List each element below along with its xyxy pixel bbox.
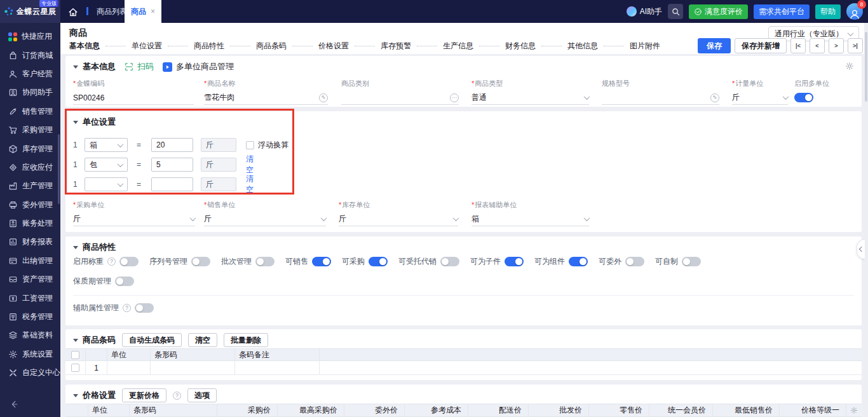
autogen-barcode-button[interactable]: 自动生成条码 <box>122 333 182 347</box>
product-type-select[interactable]: 普通 <box>471 91 589 105</box>
sidebar-item-fin-report[interactable]: 财务报表 <box>0 233 60 251</box>
purchasable-toggle[interactable] <box>369 257 388 266</box>
unit-settings-title[interactable]: 单位设置 <box>73 116 116 128</box>
update-price-button[interactable]: 更新价格 <box>122 388 166 402</box>
sidebar-item-base-data[interactable]: 基础资料 <box>0 326 60 345</box>
shelf-life-toggle[interactable] <box>115 277 134 286</box>
anchor-stock-alert[interactable]: 库存预警 <box>381 41 411 51</box>
save-and-new-button[interactable]: 保存并新增 <box>735 38 787 53</box>
consignment-toggle[interactable] <box>440 257 459 266</box>
cell-unit[interactable] <box>107 361 151 374</box>
sidebar-item-customer[interactable]: 客户经营 <box>0 65 60 83</box>
float-conversion-checkbox[interactable] <box>246 141 254 149</box>
multi-unit-toggle[interactable] <box>794 93 813 102</box>
clear-link[interactable]: 清空 <box>246 154 254 175</box>
cell-barcode[interactable] <box>151 361 235 374</box>
self-made-toggle[interactable] <box>682 257 701 266</box>
conversion-qty-input[interactable] <box>151 177 193 191</box>
sidebar-item-outsource[interactable]: 委外管理 <box>0 196 60 214</box>
cocreation-button[interactable]: 需求共创平台 <box>754 4 810 19</box>
sidebar-item-production[interactable]: 生产管理 <box>0 177 60 195</box>
stock-unit-select[interactable]: 斤 <box>339 212 458 226</box>
row-checkbox[interactable] <box>71 364 79 372</box>
batch-delete-button[interactable]: 批量删除 <box>224 333 268 347</box>
more-circle-icon[interactable]: ⋯ <box>450 93 459 102</box>
features-title[interactable]: 商品特性 <box>73 242 116 253</box>
barcode-title[interactable]: 商品条码 <box>73 334 116 346</box>
unit-select[interactable]: 包 <box>85 158 128 172</box>
product-category-input[interactable]: ⋯ <box>341 91 459 105</box>
basic-info-title[interactable]: 基本信息 扫码 多单位商品管理 <box>73 61 234 72</box>
help-icon[interactable] <box>123 304 131 312</box>
sidebar-item-order-mall[interactable]: 订货商城 <box>0 46 60 64</box>
sidebar-item-payable[interactable]: 应收应付 <box>0 158 60 177</box>
conversion-qty-input[interactable] <box>151 158 193 172</box>
anchor-production[interactable]: 生产信息 <box>443 41 473 51</box>
sidebar-item-tax[interactable]: 税务管理 <box>0 308 60 326</box>
cell-barcode-note[interactable] <box>235 361 320 374</box>
anchor-price[interactable]: 价格设置 <box>318 41 349 51</box>
anchor-finance[interactable]: 财务信息 <box>505 41 536 51</box>
child-part-toggle[interactable] <box>505 257 524 266</box>
multi-unit-mgmt-link[interactable]: 多单位商品管理 <box>176 61 234 72</box>
sellable-toggle[interactable] <box>312 257 331 266</box>
sidebar-item-cashier[interactable]: 出纳管理 <box>0 252 60 270</box>
anchor-barcode[interactable]: 商品条码 <box>256 41 287 51</box>
next-record-button[interactable]: > <box>829 38 844 53</box>
sidebar-item-salary[interactable]: 工资管理 <box>0 289 60 307</box>
sidebar-item-quick-apps[interactable]: 快捷应用 <box>0 27 60 46</box>
panel-collapse-handle[interactable] <box>857 239 865 259</box>
scan-link[interactable]: 扫码 <box>137 61 154 72</box>
spec-model-input[interactable]: ✎ <box>602 91 719 105</box>
anchor-unit-settings[interactable]: 单位设置 <box>132 41 162 51</box>
tab-close-icon[interactable]: × <box>151 7 155 16</box>
sidebar-item-accounting[interactable]: 账务处理 <box>0 214 60 233</box>
sidebar-item-assistant[interactable]: 协同助手 <box>0 83 60 102</box>
aux-attr-toggle[interactable] <box>135 303 154 313</box>
home-icon[interactable] <box>67 6 79 18</box>
unit-select[interactable]: 箱 <box>85 138 128 152</box>
user-avatar[interactable]: 8 <box>846 3 863 20</box>
select-all-checkbox[interactable] <box>71 351 79 359</box>
global-search-button[interactable] <box>668 4 683 19</box>
sidebar-collapse-icon[interactable] <box>9 399 19 409</box>
clear-barcode-button[interactable]: 清空 <box>188 333 217 347</box>
outsourceable-toggle[interactable] <box>625 257 644 266</box>
satisfaction-button[interactable]: 满意度评价 <box>689 4 748 19</box>
anchor-basic-info[interactable]: 基本信息 <box>69 41 100 51</box>
sidebar-item-custom-center[interactable]: 自定义中心 <box>0 364 60 382</box>
sales-unit-select[interactable]: 斤 <box>204 212 326 226</box>
help-icon[interactable] <box>173 392 181 400</box>
save-button[interactable]: 保存 <box>698 38 731 53</box>
sidebar-item-purchase[interactable]: 采购管理 <box>0 121 60 139</box>
purchase-unit-select[interactable]: 斤 <box>73 212 195 226</box>
price-title[interactable]: 价格设置 <box>73 390 116 401</box>
edit-circle-icon[interactable]: ✎ <box>319 93 328 102</box>
product-code-input[interactable]: SP00246 <box>73 91 194 105</box>
unit-select[interactable] <box>85 177 128 191</box>
sidebar-item-asset[interactable]: 资产管理 <box>0 270 60 289</box>
anchor-features[interactable]: 商品特性 <box>194 41 224 51</box>
anchor-images[interactable]: 图片附件 <box>630 41 660 51</box>
table-settings-gear-icon[interactable] <box>850 406 858 414</box>
main-scrollbar[interactable] <box>864 23 868 417</box>
weighing-toggle[interactable] <box>119 257 139 266</box>
sidebar-item-inventory[interactable]: 库存管理 <box>0 139 60 158</box>
conversion-qty-input[interactable] <box>151 138 193 152</box>
sidebar-scrollbar[interactable] <box>58 134 60 204</box>
measure-unit-select[interactable]: 斤 <box>732 91 788 105</box>
last-record-button[interactable]: >| <box>848 38 863 53</box>
prev-record-button[interactable]: < <box>810 38 825 53</box>
batch-toggle[interactable] <box>255 257 275 266</box>
product-name-input[interactable]: 雪花牛肉✎ <box>204 91 328 105</box>
help-icon[interactable] <box>107 257 116 266</box>
sidebar-item-sales[interactable]: 销售管理 <box>0 102 60 121</box>
clear-link[interactable]: 清空 <box>246 174 254 195</box>
ai-assistant-button[interactable]: AI助手 <box>627 6 662 17</box>
price-options-button[interactable]: 选项 <box>187 388 217 402</box>
tab-product-active[interactable]: 商品 × <box>125 0 161 23</box>
edit-circle-icon[interactable]: ✎ <box>710 93 719 102</box>
serial-toggle[interactable] <box>191 257 210 266</box>
help-button[interactable]: 帮助 <box>815 4 841 19</box>
anchor-other[interactable]: 其他信息 <box>567 41 598 51</box>
